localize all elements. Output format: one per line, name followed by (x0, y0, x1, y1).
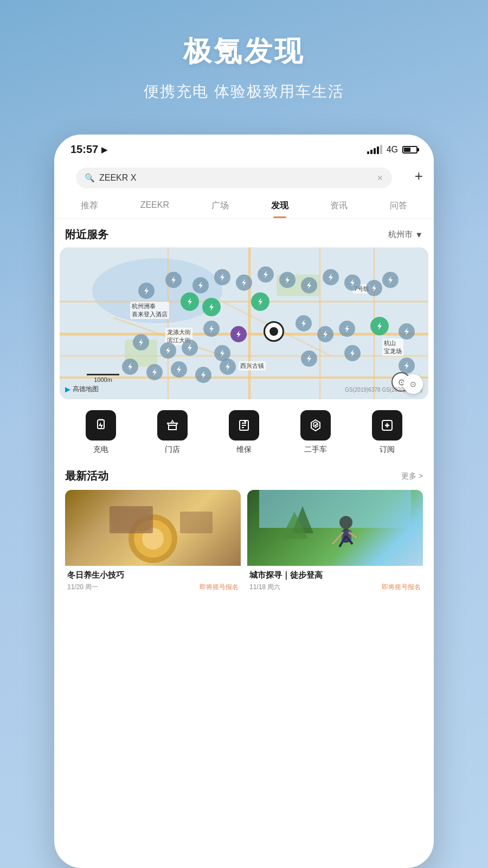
activity-card-1[interactable]: 冬日养生小技巧 11/20 周一 即将摇号报名 (65, 490, 241, 596)
activity-meta-1: 11/20 周一 即将摇号报名 (67, 583, 239, 592)
tab-discover[interactable]: 发现 (271, 200, 288, 218)
map-pin[interactable] (251, 292, 269, 311)
map-pin[interactable] (195, 367, 211, 383)
map-pin[interactable] (236, 275, 252, 291)
map-pin[interactable] (122, 359, 138, 375)
svg-marker-21 (307, 282, 311, 289)
service-used-car[interactable]: 二手车 (300, 410, 331, 455)
map-pin[interactable] (214, 269, 230, 285)
svg-marker-25 (388, 276, 393, 284)
location-button[interactable]: ⊙ (403, 374, 423, 394)
map-pin[interactable] (133, 334, 149, 350)
map-pin[interactable] (399, 358, 415, 374)
battery-icon (402, 146, 418, 154)
svg-marker-42 (128, 363, 132, 371)
map-pin[interactable] (181, 292, 199, 311)
service-store[interactable]: 门店 (157, 410, 188, 455)
svg-point-69 (339, 516, 352, 529)
svg-marker-44 (177, 366, 181, 373)
map-pin[interactable] (203, 321, 220, 337)
map-pin[interactable] (344, 345, 361, 361)
map-pin[interactable] (344, 275, 361, 291)
svg-marker-26 (188, 298, 192, 305)
map-pin[interactable] (202, 298, 221, 316)
svg-marker-20 (285, 276, 290, 284)
search-bar[interactable]: 🔍 ZEEKR X ✕ (76, 168, 392, 188)
map-pin[interactable] (160, 342, 176, 359)
map-pin[interactable] (366, 280, 382, 296)
charging-label: 充电 (93, 445, 108, 455)
activities-more[interactable]: 更多 > (401, 471, 423, 481)
map-pin[interactable] (146, 364, 163, 380)
map-pin[interactable] (399, 323, 415, 340)
map-pin[interactable] (171, 361, 187, 378)
add-button[interactable]: + (415, 168, 423, 184)
services-row: 充电 门店 (54, 399, 434, 460)
city-selector[interactable]: 杭州市 ▼ (388, 229, 423, 240)
map-pin[interactable] (323, 269, 339, 285)
map-pin[interactable] (220, 359, 236, 375)
activity-date-2: 11/18 周六 (249, 583, 280, 592)
map-pin[interactable] (230, 326, 247, 342)
svg-rect-66 (259, 490, 411, 528)
dropdown-icon: ▼ (415, 230, 423, 239)
map-pin[interactable] (264, 321, 284, 342)
tab-recommend[interactable]: 推荐 (81, 200, 98, 218)
svg-marker-27 (209, 303, 214, 311)
map-pin[interactable] (138, 283, 155, 299)
tab-square[interactable]: 广场 (211, 200, 229, 218)
app-subheadline: 便携充电 体验极致用车生活 (11, 81, 477, 102)
nav-tabs: 推荐 ZEEKR 广场 发现 资讯 问答 (54, 193, 434, 219)
svg-marker-29 (209, 325, 214, 333)
tab-qa[interactable]: 问答 (390, 200, 407, 218)
service-charging[interactable]: 充电 (86, 410, 116, 455)
map-pin[interactable] (192, 277, 209, 293)
svg-marker-17 (220, 273, 224, 281)
svg-marker-18 (242, 279, 246, 286)
status-bar: 15:57 ▶ 4G (54, 135, 434, 161)
map-pin[interactable] (182, 340, 198, 356)
subscribe-icon (372, 410, 402, 441)
svg-marker-33 (345, 325, 349, 333)
svg-marker-22 (329, 273, 333, 281)
map-pin[interactable] (301, 350, 317, 367)
svg-marker-43 (152, 368, 157, 376)
svg-marker-37 (166, 347, 170, 354)
activity-date-1: 11/20 周一 (67, 583, 98, 592)
svg-marker-16 (198, 282, 203, 289)
map-container[interactable]: 杭州洲泰喜来登入酒店 龙涤大街滨江大街 7号线 杭山宝龙场 西兴古镇 ⊙ 100… (60, 247, 428, 399)
map-pin[interactable] (279, 272, 296, 288)
map-pin[interactable] (382, 272, 399, 288)
service-maintenance[interactable]: 维保 (229, 410, 259, 455)
svg-marker-35 (404, 328, 409, 335)
app-headline: 极氪发现 (11, 33, 477, 71)
activities-header: 最新活动 更多 > (54, 460, 434, 490)
service-subscribe[interactable]: 订阅 (372, 410, 402, 455)
map-scale: 1000m (87, 374, 119, 383)
map-pin[interactable] (370, 317, 389, 335)
svg-marker-31 (301, 320, 306, 327)
svg-marker-40 (307, 355, 311, 362)
svg-marker-36 (139, 339, 143, 346)
tab-news[interactable]: 资讯 (330, 200, 348, 218)
map-pin[interactable] (339, 321, 355, 337)
svg-marker-39 (220, 349, 224, 357)
svg-rect-64 (112, 509, 150, 531)
store-label: 门店 (165, 445, 180, 455)
signal-bars-icon (367, 145, 382, 154)
map-pin[interactable] (301, 277, 317, 293)
top-section: 极氪发现 便携充电 体验极致用车生活 (0, 0, 488, 118)
map-pin[interactable] (258, 266, 274, 283)
svg-marker-34 (377, 322, 382, 330)
search-clear-icon[interactable]: ✕ (377, 174, 383, 182)
activity-title-1: 冬日养生小技巧 (67, 570, 239, 580)
map-pin[interactable] (317, 326, 333, 342)
search-input[interactable]: ZEEKR X (99, 173, 370, 183)
map-pin[interactable] (296, 315, 312, 331)
svg-marker-19 (264, 271, 268, 278)
map-pin[interactable] (165, 272, 182, 288)
activity-badge-2: 即将摇号报名 (382, 583, 421, 592)
activity-card-2[interactable]: 城市探寻｜徒步登高 11/18 周六 即将摇号报名 (247, 490, 423, 596)
tab-zeekr[interactable]: ZEEKR (140, 200, 169, 218)
svg-marker-46 (226, 363, 230, 371)
